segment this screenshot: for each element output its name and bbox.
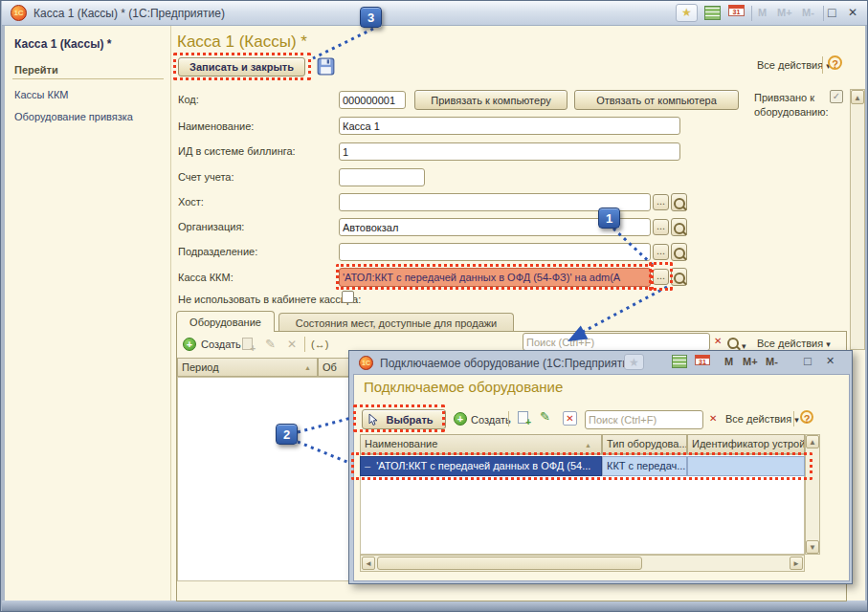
memory-mplus-button: M+ [777,7,792,18]
calendar-icon[interactable]: 31 [695,355,710,365]
bind-computer-button[interactable]: Привязать к компьютеру [414,90,568,110]
equipment-row-name-cell[interactable]: –'АТОЛ:ККТ с передачей данных в ОФД (54.… [360,456,602,476]
popup-help-button[interactable]: ? [800,410,813,424]
scroll-up-icon[interactable]: ▲ [806,435,819,448]
favorites-icon[interactable]: ★ [676,4,698,22]
popup-vertical-scrollbar[interactable]: ▲ ▼ [805,434,820,555]
create-button[interactable]: Создать [201,339,241,350]
billing-id-input[interactable] [339,142,680,161]
memory-m-button[interactable]: M [724,356,733,367]
record-marker-icon: – [365,460,370,471]
create-plus-icon[interactable]: + [183,338,196,351]
main-window-title: Касса 1 (Кассы) * (1С:Предприятие) [33,1,225,26]
tab-equipment[interactable]: Оборудование [176,311,275,332]
column-label: Период [182,361,219,373]
maximize-icon[interactable]: □ [828,5,835,20]
code-input[interactable] [339,91,406,109]
equipment-search-input[interactable] [523,333,710,351]
kkm-dots-button[interactable]: ... [653,269,669,285]
magnifier-icon [674,248,685,259]
popup-create-button[interactable]: Создать [471,414,511,426]
edit-pencil-icon[interactable]: ✎ [540,409,550,424]
toolbar-separator [304,337,305,352]
1c-logo-icon: 1С [11,5,27,21]
magnifier-icon [727,338,739,349]
popup-body: Подключаемое оборудование Выбрать + Созд… [353,374,850,581]
sidebar-item-oborudovanie-privyazka[interactable]: Оборудование привязка [14,111,133,122]
column-label: Наименование [365,438,437,449]
account-input[interactable] [339,168,425,186]
copy-icon[interactable] [518,411,528,424]
toolbar-separator [508,411,509,426]
column-header-device-id[interactable]: Идентификатор устрой [687,434,805,454]
equipment-row-id-cell[interactable] [687,456,805,476]
toolbar-separator [793,411,794,426]
column-label: Об [323,361,337,373]
clear-search-icon[interactable]: ✕ [709,413,717,424]
main-vertical-scrollbar[interactable]: ▲ [850,89,865,350]
scroll-right-icon[interactable]: ► [790,557,803,570]
select-pointer-icon [367,413,379,426]
equipment-all-actions-button[interactable]: Все действия ▾ [757,338,831,349]
host-dots-button[interactable]: ... [653,194,669,210]
search-menu-button[interactable]: ▾ [727,338,746,351]
window-bottom-frame [2,601,868,612]
organization-dots-button[interactable]: ... [653,219,669,235]
sidebar-item-kassy-kkm[interactable]: Кассы ККМ [14,89,68,100]
division-dots-button[interactable]: ... [653,244,669,260]
popup-heading: Подключаемое оборудование [364,379,563,395]
save-icon[interactable] [317,57,335,76]
column-label: Тип оборудова... [607,438,687,449]
maximize-icon[interactable]: □ [804,354,812,368]
scroll-down-icon[interactable]: ▼ [806,540,819,554]
screen: 1С Касса 1 (Кассы) * (1С:Предприятие) ★ … [0,0,868,612]
close-icon[interactable]: ✕ [826,355,835,367]
host-search-button[interactable] [671,193,687,211]
popup-window-title: Подключаемое оборудование (1С:Предприяти… [380,351,639,376]
popup-titlebar: 1С Подключаемое оборудование (1С:Предпри… [353,354,850,373]
kkm-search-button[interactable] [671,268,687,286]
popup-horizontal-scrollbar[interactable]: ◄ ► [360,555,805,572]
magnifier-icon [674,223,685,234]
column-label: Идентификатор устрой [692,438,805,449]
column-header-name[interactable]: Наименование▲ [360,434,602,454]
close-icon[interactable]: ✕ [848,6,857,19]
popup-search-input[interactable] [585,410,703,429]
kkm-input[interactable]: 'АТОЛ:ККТ с передачей данных в ОФД (54-Ф… [339,268,651,287]
tab-seat-states[interactable]: Состояния мест, доступные для продажи [278,313,514,332]
unbind-computer-button[interactable]: Отвязать от компьютера [574,90,739,110]
calculator-icon[interactable] [704,6,721,20]
delete-icon[interactable]: ✕ [563,411,577,426]
row-name-label: 'АТОЛ:ККТ с передачей данных в ОФД (54..… [376,460,590,471]
titlebar-separator [823,6,824,21]
memory-mminus-button[interactable]: M- [766,356,778,367]
select-button[interactable]: Выбрать [362,409,446,429]
column-header-type[interactable]: Тип оборудова... [602,434,687,454]
copy-icon [242,338,253,350]
division-search-button[interactable] [671,243,687,261]
help-button[interactable]: ? [828,55,842,70]
organization-search-button[interactable] [671,218,687,236]
calendar-icon[interactable]: 31 [728,5,745,16]
calculator-icon[interactable] [672,355,687,368]
attached-label-line2: оборудованию: [754,106,829,118]
scroll-up-icon[interactable]: ▲ [851,90,864,104]
save-close-button[interactable]: Записать и закрыть [178,57,305,76]
column-header-period[interactable]: Период▲ [177,358,318,377]
scrollbar-thumb[interactable] [377,557,642,570]
scroll-left-icon[interactable]: ◄ [362,557,375,570]
all-actions-label: Все действия [757,338,823,349]
create-plus-icon[interactable]: + [454,412,467,426]
step-badge-2: 2 [276,424,298,445]
clear-search-icon[interactable]: ✕ [714,336,722,346]
equipment-row-type-cell[interactable]: ККТ с передач... [602,456,687,476]
attached-checkbox: ✓ [830,90,843,103]
cashier-checkbox[interactable] [342,291,354,303]
division-input[interactable] [339,243,651,261]
main-titlebar: 1С Касса 1 (Кассы) * (1С:Предприятие) ★ … [2,1,868,26]
popup-all-actions-button[interactable]: Все действия ▾ [725,413,799,425]
column-resize-icon[interactable]: (↔) [311,339,328,350]
form-all-actions-button[interactable]: Все действия ▾ [757,59,831,71]
name-input[interactable] [339,117,680,135]
memory-mplus-button[interactable]: M+ [743,356,758,367]
